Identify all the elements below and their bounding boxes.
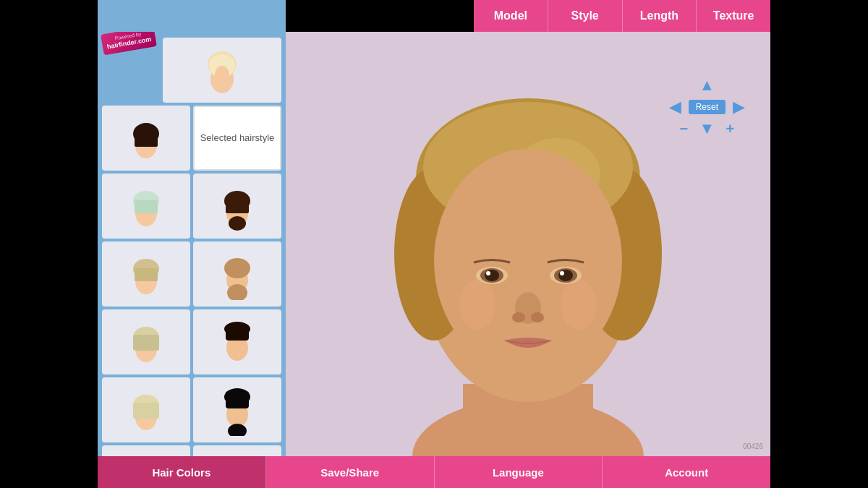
hairstyle-thumb-3b[interactable]	[193, 174, 281, 239]
nav-left-arrow[interactable]: ◀	[665, 97, 686, 117]
svg-point-31	[224, 388, 250, 406]
svg-rect-12	[226, 200, 249, 213]
hairstyle-thumb-5a[interactable]	[102, 309, 190, 374]
svg-point-59	[512, 312, 525, 322]
svg-point-25	[224, 322, 250, 336]
tab-length[interactable]: Length	[622, 0, 697, 32]
hairstyle-thumb-5b[interactable]	[193, 309, 281, 374]
svg-point-18	[224, 258, 250, 278]
hairstyle-thumb-4b[interactable]	[193, 241, 281, 307]
zoom-plus[interactable]: +	[720, 119, 740, 139]
hairstyle-thumb-1b[interactable]	[163, 38, 281, 103]
svg-rect-22	[133, 335, 159, 351]
hairstyle-thumb-4a[interactable]	[102, 241, 190, 307]
tab-save-share[interactable]: Save/Share	[266, 456, 435, 488]
svg-point-57	[560, 271, 564, 275]
reset-button[interactable]: Reset	[689, 100, 726, 114]
svg-point-53	[486, 271, 490, 275]
svg-point-52	[485, 270, 499, 281]
hairstyle-thumb-6b[interactable]	[193, 377, 281, 442]
selected-hairstyle-label: Selected hairstyle	[195, 107, 280, 169]
hairstyle-thumb-7b[interactable]	[193, 445, 281, 456]
svg-rect-16	[135, 268, 158, 281]
svg-rect-9	[135, 200, 158, 213]
zoom-minus[interactable]: −	[673, 119, 694, 139]
model-preview	[376, 37, 680, 456]
svg-point-60	[531, 312, 544, 322]
nav-right-arrow[interactable]: ▶	[728, 97, 749, 117]
svg-point-3	[215, 66, 229, 83]
tab-account[interactable]: Account	[603, 456, 770, 488]
watermark: 00426	[743, 442, 763, 450]
tab-language[interactable]: Language	[435, 456, 603, 488]
svg-point-62	[561, 279, 597, 330]
hairstyle-thumb-6a[interactable]	[102, 377, 190, 442]
preview-area: ▲ ◀ Reset ▶ − ▼ + 00426	[286, 32, 770, 456]
svg-point-56	[558, 270, 573, 281]
svg-point-61	[459, 279, 495, 330]
svg-point-32	[228, 424, 247, 436]
hairstyle-thumb-2a[interactable]	[102, 106, 190, 171]
svg-point-13	[229, 216, 246, 231]
navigation-controls: ▲ ◀ Reset ▶ − ▼ +	[665, 75, 749, 139]
tab-texture[interactable]: Texture	[696, 0, 770, 32]
hairstyle-thumb-3a[interactable]	[102, 174, 190, 239]
tab-style[interactable]: Style	[548, 0, 622, 32]
hairstyle-thumb-2b[interactable]: Selected hairstyle	[193, 106, 281, 171]
nav-down-arrow[interactable]: ▼	[697, 119, 717, 139]
hairstyle-thumb-7a[interactable]	[102, 445, 190, 456]
svg-rect-28	[133, 403, 159, 419]
tab-hair-colors[interactable]: Hair Colors	[98, 456, 266, 488]
svg-rect-6	[135, 132, 158, 147]
nav-up-arrow[interactable]: ▲	[697, 75, 717, 95]
tab-model[interactable]: Model	[474, 0, 548, 32]
